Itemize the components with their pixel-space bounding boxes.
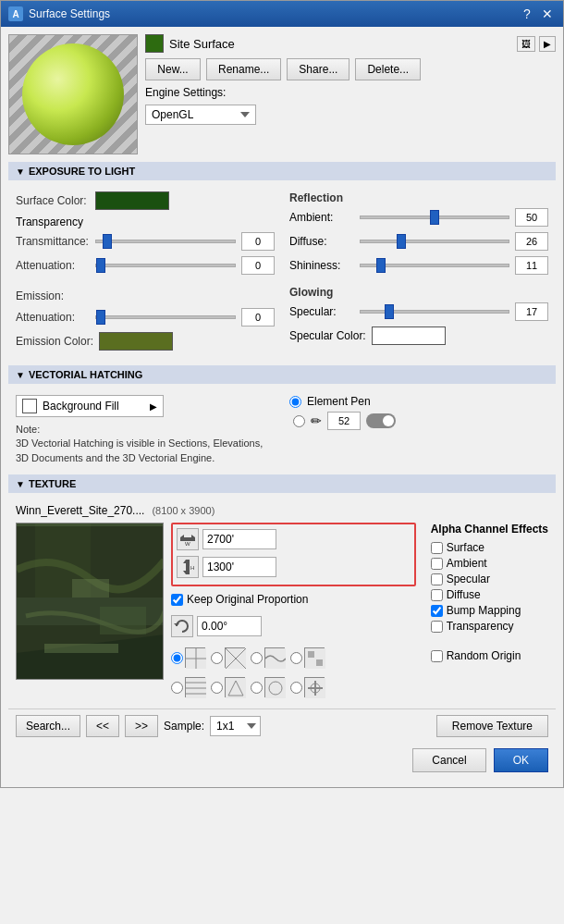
element-pen-radio[interactable] [289,396,301,408]
transmittance-value[interactable] [241,232,275,251]
attenuation-label: Attenuation: [16,259,90,272]
surface-name-color[interactable] [145,34,164,53]
pattern-radio-7[interactable] [251,682,263,694]
rotation-input[interactable] [197,616,262,636]
pen-icon: ✏ [311,413,322,428]
pen-section: Element Pen ✏ [289,395,548,430]
delete-button[interactable]: Delete... [355,58,421,80]
header-section: Site Surface 🖼 ▶ New... Rename... Share.… [8,34,556,154]
texture-section-header[interactable]: ▼ TEXTURE [8,474,556,493]
action-buttons: New... Rename... Share... Delete... [145,58,556,80]
alpha-transparency-checkbox[interactable] [431,621,443,633]
svg-rect-28 [265,678,286,698]
hatching-section-content: Background Fill ▶ Note: 3D Vectorial Hat… [8,389,556,471]
help-button[interactable]: ? [519,6,535,22]
exposure-title: EXPOSURE TO LIGHT [29,166,135,177]
texture-info-row: Winn_Everett_Site_270.... (8100 x 3900) [16,504,548,517]
emission-attenuation-value[interactable] [241,308,275,326]
texture-name: Winn_Everett_Site_270.... [16,504,144,517]
alpha-surface-label: Surface [447,541,484,554]
random-origin-label: Random Origin [447,649,521,662]
svg-rect-3 [72,579,109,598]
texture-main: W H [16,523,548,699]
shininess-slider[interactable] [360,264,509,267]
ambient-value[interactable] [515,208,548,227]
cancel-button[interactable]: Cancel [412,748,485,772]
new-button[interactable]: New... [145,58,201,80]
specular-slider[interactable] [360,310,509,314]
title-bar: A Surface Settings ? ✕ [1,1,563,27]
next-button[interactable]: >> [125,715,158,737]
pen-value[interactable] [327,412,361,430]
dialog-title: Surface Settings [29,7,110,20]
exposure-section-header[interactable]: ▼ EXPOSURE TO LIGHT [8,162,556,180]
diffuse-slider[interactable] [360,240,509,243]
prev-button[interactable]: << [86,715,119,737]
pattern-icon-3 [264,647,285,668]
texture-image [17,524,163,679]
arrow-button[interactable]: ▶ [539,36,556,52]
transmittance-slider[interactable] [95,240,236,243]
svg-text:W: W [185,541,190,547]
height-row: H [177,556,411,578]
ambient-label: Ambient: [289,211,354,224]
sample-select[interactable]: 1x1 2x2 4x4 [210,716,261,736]
width-input[interactable] [202,529,276,549]
diffuse-value[interactable] [515,232,548,251]
pattern-row-2 [171,677,416,697]
surface-color-swatch[interactable] [95,191,169,210]
pattern-radio-5[interactable] [171,682,183,694]
rename-button[interactable]: Rename... [206,58,281,80]
hatching-fill-select[interactable]: Background Fill ▶ [16,395,164,417]
pattern-radio-4[interactable] [290,652,302,664]
transmittance-label: Transmittance: [16,235,90,248]
texture-arrow: ▼ [16,479,25,489]
pattern-icon-5 [185,677,205,697]
hatching-title: VECTORIAL HATCHING [29,369,142,380]
ambient-slider[interactable] [360,216,509,219]
ok-button[interactable]: OK [494,748,548,772]
engine-select[interactable]: OpenGL DirectX Software [145,105,256,125]
specular-label: Specular: [289,305,354,318]
emission-color-swatch[interactable] [99,332,173,351]
pattern-row-1 [171,647,416,668]
keep-proportion-row: Keep Original Proportion [171,593,416,606]
close-button[interactable]: ✕ [539,6,556,22]
height-icon[interactable]: H [177,556,199,578]
share-button[interactable]: Share... [287,58,349,80]
footer-row: Cancel OK [8,743,556,780]
emission-attenuation-slider[interactable] [95,315,236,319]
shininess-value[interactable] [515,256,548,275]
pattern-radio-6[interactable] [211,682,223,694]
hatching-fill-label: Background Fill [43,400,119,413]
attenuation-value[interactable] [241,256,275,275]
search-button[interactable]: Search... [16,715,80,737]
alpha-bump-checkbox[interactable] [431,605,443,617]
pattern-radio-3[interactable] [251,652,263,664]
specular-value[interactable] [515,302,548,321]
pattern-radio-8[interactable] [290,682,302,694]
texture-size: (8100 x 3900) [152,505,215,516]
alpha-surface-checkbox[interactable] [431,542,443,554]
keep-proportion-checkbox[interactable] [171,594,183,606]
pattern-option-3 [251,647,285,668]
custom-pen-radio[interactable] [293,415,305,427]
alpha-ambient-checkbox[interactable] [431,558,443,570]
width-icon[interactable]: W [177,528,199,550]
image-button[interactable]: 🖼 [517,36,535,52]
alpha-title: Alpha Channel Effects [431,523,548,536]
pattern-radio-1[interactable] [171,652,183,664]
alpha-specular-checkbox[interactable] [431,573,443,585]
alpha-section: Alpha Channel Effects Surface Ambient Sp… [431,523,548,699]
alpha-diffuse-row: Diffuse [431,588,548,601]
hatching-section-header[interactable]: ▼ VECTORIAL HATCHING [8,365,556,384]
remove-texture-button[interactable]: Remove Texture [436,715,548,737]
pen-toggle[interactable] [366,413,396,428]
height-input[interactable] [202,557,276,577]
alpha-diffuse-checkbox[interactable] [431,589,443,601]
random-origin-checkbox[interactable] [431,650,443,662]
attenuation-slider[interactable] [95,264,236,267]
specular-color-swatch[interactable] [372,326,446,345]
pattern-radio-2[interactable] [211,652,223,664]
random-origin-row: Random Origin [431,649,548,662]
